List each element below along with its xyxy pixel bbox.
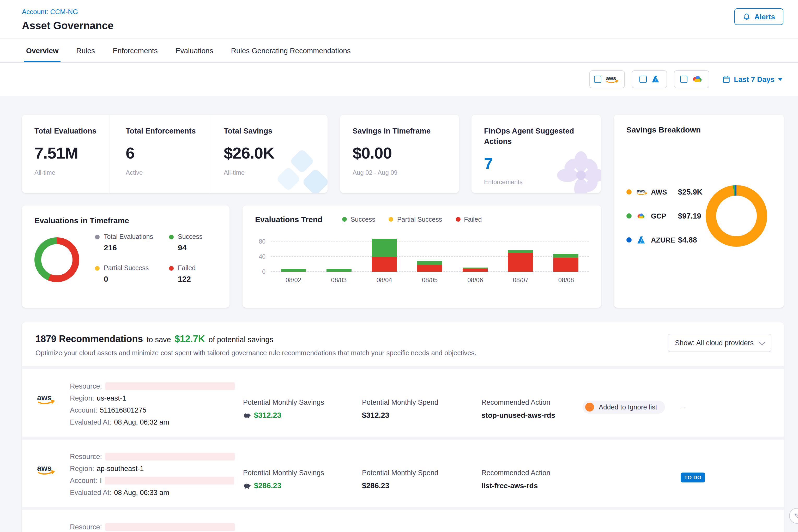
bar-groups: [271, 239, 589, 272]
provider-filter-aws[interactable]: aws: [589, 71, 625, 88]
evaluations-legend-item: Failed122: [169, 264, 226, 283]
gcp-checkbox[interactable]: [680, 76, 687, 83]
legend-dot: [95, 266, 100, 270]
legend-label: Success: [350, 216, 375, 223]
alerts-button[interactable]: Alerts: [735, 8, 783, 25]
cloud-provider-filter-dropdown[interactable]: Show: All cloud providers: [668, 334, 772, 352]
stat-label: Total Savings: [224, 126, 327, 136]
summary-stats-card: Total Evaluations 7.51M All-time Total E…: [22, 115, 327, 193]
legend-value: 216: [104, 243, 169, 252]
column-label: Recommended Action: [481, 398, 583, 406]
legend-dot: [95, 234, 100, 239]
azure-checkbox[interactable]: [639, 76, 646, 83]
tab-enforcements[interactable]: Enforcements: [113, 39, 158, 62]
column-label: Recommended Action: [481, 469, 583, 477]
trend-bar-08/04[interactable]: [372, 239, 397, 272]
aws-logo-icon: aws: [37, 517, 70, 532]
svg-text:aws: aws: [37, 393, 52, 402]
svg-text:aws: aws: [37, 464, 52, 472]
last-column: TO DO: [681, 447, 772, 499]
evaluations-legend-item: Success94: [169, 233, 226, 252]
redacted-value: [105, 523, 234, 531]
trend-bar-08/05[interactable]: [417, 261, 442, 272]
detail-resource: Resource:: [70, 521, 243, 532]
evaluations-donut-chart: [34, 237, 79, 282]
legend-label: Success: [178, 233, 203, 241]
action-value: list-free-aws-rds: [481, 481, 538, 490]
breakdown-legend-item-azure: AZURE$4.88: [626, 228, 706, 252]
status-column: [583, 447, 681, 499]
bar-slot: [271, 239, 316, 272]
asset-governance-page: Account: CCM-NG Asset Governance Alerts …: [0, 0, 798, 532]
legend-label: Partial Success: [104, 264, 149, 272]
piggy-bank-icon: [243, 482, 251, 489]
trend-bar-08/07[interactable]: [508, 250, 533, 272]
stat-value: 6: [126, 144, 209, 163]
provider-filter-gcp[interactable]: [674, 71, 709, 88]
potential-monthly-spend: Potential Monthly Spend$312.23: [362, 377, 481, 428]
ignore-list-badge[interactable]: −Added to Ignore list: [583, 401, 665, 414]
tab-evaluations[interactable]: Evaluations: [175, 39, 213, 62]
heading-text: to save: [147, 335, 171, 344]
legend-dot: [626, 213, 632, 218]
y-tick-label: 0: [262, 269, 265, 275]
trend-bar-08/08[interactable]: [554, 254, 579, 272]
recommendation-row[interactable]: awsResource:Region:us-east-1Account:5116…: [22, 366, 784, 437]
trend-bar-08/02[interactable]: [281, 269, 306, 272]
alerts-label: Alerts: [755, 13, 775, 21]
tab-overview[interactable]: Overview: [26, 39, 59, 62]
column-label: Potential Monthly Spend: [362, 398, 481, 406]
card-title: Savings Breakdown: [626, 125, 772, 134]
aws-logo-icon: aws: [37, 447, 70, 499]
bar-slot: [498, 239, 543, 272]
legend-value: 0: [104, 274, 169, 283]
breakdown-legend-item-gcp: GCP$97.19: [626, 204, 706, 228]
legend-label: Failed: [178, 264, 195, 272]
y-axis: 04080: [255, 239, 271, 272]
recommendations-count: 1879 Recommendations: [36, 334, 143, 345]
stat-subtext: Aug 02 - Aug 09: [353, 169, 459, 176]
azure-logo-icon: [636, 236, 651, 244]
provider-filter-azure[interactable]: [632, 71, 667, 88]
recommendation-row[interactable]: awsResource:Region:ap-southeast-1Account…: [22, 507, 784, 532]
evaluations-legend: Total Evaluations216Success94Partial Suc…: [95, 233, 226, 283]
tab-rules[interactable]: Rules: [76, 39, 95, 62]
aws-checkbox[interactable]: [594, 76, 601, 83]
date-range-picker[interactable]: Last 7 Days: [722, 75, 782, 83]
legend-dot: [389, 217, 394, 222]
stat-subtext: Enforcements: [484, 178, 588, 186]
stat-total-evaluations: Total Evaluations 7.51M All-time: [22, 115, 110, 193]
tab-rules-generating-recommendations[interactable]: Rules Generating Recommendations: [231, 39, 351, 62]
column-label: Potential Monthly Spend: [362, 469, 481, 477]
detail-value: us-east-1: [97, 392, 126, 404]
stat-label: Total Enforcements: [126, 126, 209, 136]
todo-badge[interactable]: TO DO: [681, 473, 705, 482]
stat-value: $26.0K: [224, 144, 327, 163]
recommended-action: Recommended Actionstop-unused-aws-rds: [481, 377, 583, 428]
trend-bar-08/03[interactable]: [326, 269, 351, 272]
bar-segment-success: [372, 239, 397, 257]
finops-agent-card: FinOps Agent Suggested Actions 7 Enforce…: [472, 115, 601, 193]
x-tick-label: 08/04: [362, 277, 407, 284]
provider-savings-amount: $4.88: [678, 236, 697, 244]
potential-monthly-savings: Potential Monthly Savings$286.23: [243, 517, 362, 532]
redacted-value: [105, 453, 234, 460]
legend-dot: [626, 189, 632, 194]
dropdown-label: Show: All cloud providers: [675, 339, 754, 347]
card-title: Evaluations Trend: [255, 215, 322, 224]
account-breadcrumb[interactable]: Account: CCM-NG: [22, 8, 78, 16]
action-value: stop-unused-aws-rds: [481, 411, 555, 419]
recommendation-row[interactable]: awsResource:Region:ap-southeast-1Account…: [22, 437, 784, 507]
evaluations-legend-item: Partial Success0: [95, 264, 169, 283]
resource-details: Resource:Region:ap-southeast-1Account:Ev…: [70, 517, 243, 532]
savings-breakdown-card: Savings Breakdown awsAWS$25.9KGCP$97.19A…: [614, 115, 784, 308]
stat-subtext: All-time: [224, 169, 327, 176]
recommendations-card: 1879 Recommendations to save $12.7K of p…: [22, 322, 784, 532]
heading-text: of potential savings: [209, 335, 273, 344]
recommended-action: Recommended Actionstop-unused-aws-rds: [481, 517, 583, 532]
trend-legend-partial-success: Partial Success: [389, 216, 442, 223]
bar-slot: [544, 239, 589, 272]
trend-bar-08/06[interactable]: [463, 268, 488, 272]
y-tick-label: 80: [259, 239, 265, 245]
evaluations-legend-item: Total Evaluations216: [95, 233, 169, 252]
